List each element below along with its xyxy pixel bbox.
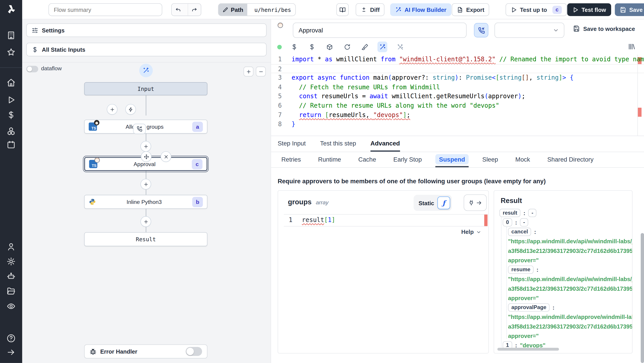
code-token: ( — [484, 93, 488, 100]
sidebar-item-user-icon[interactable] — [6, 242, 16, 251]
package-tool-button[interactable] — [324, 42, 334, 52]
tab-suspend[interactable]: Suspend — [435, 152, 469, 167]
test-flow-button[interactable]: Test flow — [567, 3, 611, 16]
diff-button[interactable]: Diff — [356, 3, 384, 16]
add-step-button[interactable] — [140, 216, 151, 227]
sidebar-item-star-icon[interactable] — [6, 48, 16, 57]
error-handler-toggle[interactable] — [186, 347, 202, 356]
delete-step-button[interactable] — [160, 151, 171, 162]
typescript-icon: TS — [89, 160, 98, 168]
sidebar-item-folder-icon[interactable] — [6, 286, 16, 295]
graph-ai-button[interactable] — [139, 64, 153, 78]
result-key-chip[interactable]: approvalPage — [508, 303, 550, 311]
result-key-chip[interactable]: 0 — [503, 218, 512, 226]
suspend-indicator-badge[interactable] — [133, 124, 146, 134]
add-step-button[interactable] — [140, 179, 151, 190]
ai-flow-builder-button[interactable]: AI Flow Builder — [390, 3, 451, 16]
horizontal-scrollbar-thumb[interactable] — [497, 348, 559, 351]
tab-shared-directory[interactable]: Shared Directory — [544, 152, 597, 167]
result-key-chip[interactable]: cancel — [508, 228, 531, 236]
refresh-tool-button[interactable] — [342, 42, 352, 52]
test-up-to-button[interactable]: Test up to c — [506, 3, 567, 16]
connect-input-button[interactable] — [464, 194, 487, 211]
groups-expression-editor[interactable]: 1 result[1] — [284, 214, 488, 226]
tab-cache[interactable]: Cache — [355, 152, 380, 167]
sidebar-item-help-circle-icon[interactable] — [6, 334, 16, 343]
all-static-inputs-row[interactable]: All Static Inputs — [26, 43, 266, 56]
save-draft-button[interactable]: Save draft — [615, 3, 644, 16]
result-row[interactable]: result:- — [499, 208, 536, 217]
tab-test-this-step[interactable]: Test this step — [320, 136, 356, 152]
brush-tool-button[interactable] — [360, 42, 370, 52]
node-input[interactable]: Input — [84, 82, 208, 95]
line-number: 4 — [271, 83, 282, 92]
sidebar-item-settings-icon[interactable] — [6, 257, 16, 266]
node-inline-python[interactable]: Inline Python3 b — [84, 195, 208, 209]
flow-settings-row[interactable]: Settings — [26, 24, 266, 37]
tab-early-stop[interactable]: Early Stop — [390, 152, 426, 167]
result-row[interactable]: resume: — [508, 265, 538, 274]
docs-button[interactable] — [336, 3, 348, 16]
sidebar-item-arrow-right-icon[interactable] — [6, 348, 16, 357]
sidebar-item-building-icon[interactable] — [6, 31, 16, 40]
tab-advanced[interactable]: Advanced — [370, 136, 400, 152]
tab-mock[interactable]: Mock — [512, 152, 534, 167]
sidebar-item-dollar-icon[interactable] — [6, 111, 16, 120]
export-button[interactable]: Export — [452, 3, 489, 16]
path-button[interactable]: Path u/henri/bes — [218, 3, 296, 16]
result-key-chip[interactable]: resume — [508, 265, 534, 274]
zoom-out-button[interactable] — [256, 67, 266, 77]
sidebar-item-logo-icon[interactable] — [6, 4, 16, 15]
code-line-1[interactable]: 1import * as wmillClient from "windmill-… — [271, 55, 644, 64]
code-line-7[interactable]: 7 return [resumeUrls, "devops"]; — [271, 110, 644, 120]
add-step-button[interactable] — [107, 104, 118, 115]
tab-step-input[interactable]: Step Input — [278, 136, 306, 152]
code-line-2[interactable]: 2 — [271, 64, 644, 73]
sidebar-item-bot-icon[interactable] — [6, 272, 16, 281]
suspend-phone-button[interactable] — [474, 23, 488, 37]
sidebar-item-eye-icon[interactable] — [6, 302, 16, 311]
library-icon[interactable] — [628, 43, 636, 51]
tab-retries[interactable]: Retries — [278, 152, 304, 167]
code-line-3[interactable]: 3export async function main(approver?: s… — [271, 73, 644, 82]
result-key-chip[interactable]: result — [499, 209, 520, 217]
zoom-in-button[interactable] — [244, 67, 253, 77]
code-line-8[interactable]: 8} — [271, 120, 644, 129]
result-row[interactable]: cancel: — [508, 227, 536, 236]
collapse-chip[interactable]: - — [520, 218, 528, 226]
collapse-chip[interactable]: - — [528, 209, 536, 217]
move-step-button[interactable] — [141, 151, 152, 162]
node-result[interactable]: Result — [84, 232, 208, 246]
vertical-scrollbar-thumb[interactable] — [641, 233, 644, 363]
zap-icon — [128, 107, 133, 112]
dataflow-toggle[interactable] — [26, 66, 38, 72]
add-trigger-button[interactable] — [125, 104, 136, 115]
code-editor[interactable]: 1import * as wmillClient from "windmill-… — [271, 55, 644, 136]
sidebar-item-play-icon[interactable] — [6, 95, 16, 104]
code-line-5[interactable]: 5 const resumeUrls = await wmillClient.g… — [271, 92, 644, 101]
template-select[interactable] — [494, 23, 564, 38]
sidebar-item-boxes-icon[interactable] — [6, 127, 16, 136]
error-handler-row[interactable]: Error Handler — [84, 344, 208, 358]
step-name-input[interactable] — [293, 23, 467, 38]
undo-button[interactable] — [172, 4, 185, 16]
code-line-6[interactable]: 6 // Return the resume URLs along with t… — [271, 101, 644, 110]
result-row[interactable]: 0:- — [503, 218, 528, 227]
flow-summary-input[interactable] — [48, 3, 162, 16]
result-row[interactable]: approvalPage: — [508, 302, 554, 312]
sidebar-item-home-icon[interactable] — [6, 78, 16, 87]
save-to-workspace-button[interactable]: Save to workspace — [573, 25, 635, 32]
sidebar-item-calendar-icon[interactable] — [6, 140, 16, 149]
tab-sleep[interactable]: Sleep — [478, 152, 502, 167]
help-dropdown[interactable]: Help — [461, 228, 482, 235]
redo-button[interactable] — [188, 4, 201, 16]
code-line-4[interactable]: 4 // Fetch the resume URLs from Windmill — [271, 83, 644, 92]
tab-runtime[interactable]: Runtime — [314, 152, 345, 167]
wand-off-tool-button[interactable] — [395, 42, 405, 52]
function-icon[interactable]: ƒ — [438, 196, 450, 209]
wand-tool-button[interactable] — [378, 42, 387, 52]
dollar-tool-button[interactable] — [307, 42, 317, 52]
add-step-button[interactable] — [140, 141, 151, 152]
dollar-tool-button[interactable] — [289, 42, 299, 52]
static-fx-toggle[interactable]: Static ƒ — [414, 195, 452, 211]
